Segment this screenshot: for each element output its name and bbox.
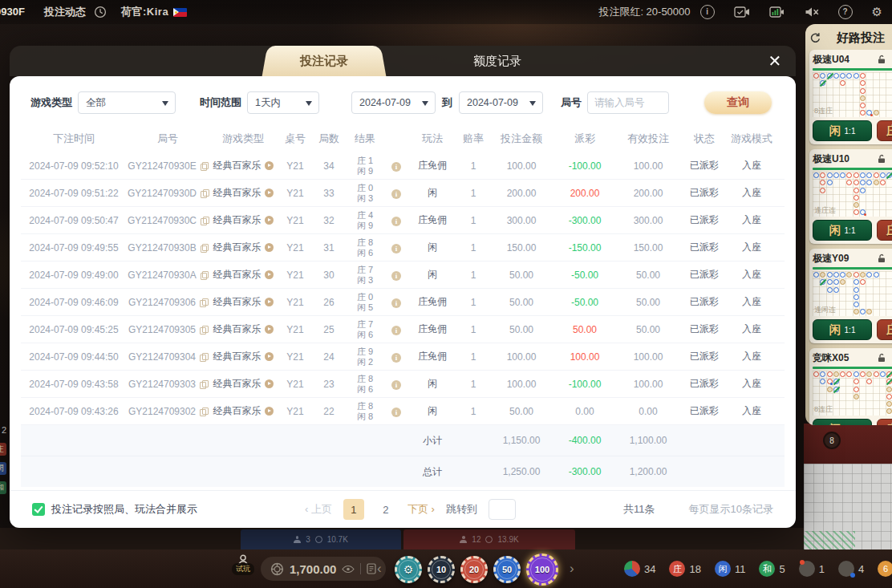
replay-video-icon[interactable] (265, 352, 274, 361)
table-code-fragment: 0930F (0, 6, 25, 18)
replay-video-icon[interactable] (265, 325, 274, 334)
road-cell (860, 195, 866, 201)
merge-checkbox[interactable] (32, 503, 45, 516)
bet-stat: 34 (624, 561, 655, 577)
road-cell (860, 371, 866, 377)
good-road-card[interactable]: 竞咪X05 8连庄 闲 1:1 庄 (809, 348, 892, 425)
eye-icon[interactable] (342, 565, 355, 574)
jump-page-input[interactable] (489, 499, 516, 520)
page-button-2[interactable]: 2 (375, 499, 396, 520)
page-button-1[interactable]: 1 (343, 499, 364, 520)
copy-icon[interactable] (201, 244, 208, 252)
unlock-icon[interactable] (877, 253, 886, 263)
copy-icon[interactable] (200, 408, 207, 416)
tab-bet-records[interactable]: 投注记录 (271, 46, 377, 76)
bet-chip[interactable]: 100 (526, 554, 558, 586)
bet-chip[interactable]: 50 (493, 556, 521, 583)
close-icon[interactable]: ✕ (765, 51, 785, 71)
result-info-icon[interactable] (391, 162, 401, 172)
result-info-icon[interactable] (391, 326, 401, 335)
history-clock-icon[interactable] (94, 6, 107, 18)
bet-stat: 闲 11 (715, 561, 746, 577)
copy-icon[interactable] (200, 298, 207, 306)
round-id-input[interactable] (587, 91, 669, 114)
replay-video-icon[interactable] (265, 407, 274, 416)
road-cell (853, 279, 859, 285)
replay-video-icon[interactable] (265, 216, 274, 225)
chips-next-icon[interactable]: › (570, 561, 574, 577)
result-info-icon[interactable] (391, 298, 401, 308)
video-quality-icon[interactable] (769, 6, 785, 18)
bet-banker-button[interactable]: 庄 (877, 319, 892, 340)
bet-banker-button[interactable]: 庄 (877, 419, 892, 425)
tab-quota-records[interactable]: 额度记录 (473, 46, 521, 76)
prev-page-button[interactable]: ‹ 上页 (305, 502, 332, 517)
road-cell (880, 202, 886, 208)
search-button[interactable]: 查询 (704, 91, 772, 114)
copy-icon[interactable] (201, 217, 208, 225)
merge-checkbox-group[interactable]: 投注记录按照局、玩法合并展示 (32, 502, 197, 517)
help-icon[interactable]: ? (838, 5, 853, 19)
refresh-icon[interactable] (809, 32, 821, 44)
road-cell (827, 387, 833, 392)
good-road-card[interactable]: 极速U04 8连庄 闲 1:1 庄 (809, 50, 892, 144)
result-info-icon[interactable] (391, 217, 401, 226)
date-from-select[interactable]: 2024-07-09 (351, 91, 436, 114)
next-page-button[interactable]: 下页 › (407, 502, 435, 517)
result-info-icon[interactable] (391, 380, 401, 390)
good-road-card[interactable]: 极速Y09 逢闲连 闲 1:1 庄 (809, 249, 892, 343)
copy-icon[interactable] (201, 189, 208, 197)
result-info-icon[interactable] (391, 353, 401, 363)
stat-badge-icon: 闲 (715, 561, 731, 577)
bet-feed-label[interactable]: 投注动态 (44, 5, 86, 19)
result-info-icon[interactable] (391, 244, 401, 253)
cell-round-id: GY212470930D (127, 188, 209, 199)
bet-banker-button[interactable]: 庄 (877, 120, 892, 141)
copy-icon[interactable] (201, 162, 208, 170)
bet-player-button[interactable]: 闲 1:1 (813, 319, 872, 340)
result-info-icon[interactable] (391, 271, 401, 281)
copy-icon[interactable] (201, 271, 208, 279)
replay-video-icon[interactable] (265, 161, 274, 170)
road-cell (846, 279, 852, 285)
bet-chip[interactable] (395, 556, 422, 583)
limit-info-icon[interactable]: i (700, 5, 715, 19)
game-type-select[interactable]: 全部 (78, 91, 176, 114)
replay-video-icon[interactable] (265, 243, 274, 252)
replay-video-icon[interactable] (265, 189, 274, 197)
bet-player-button[interactable]: 闲 1:1 (813, 120, 872, 141)
replay-video-icon[interactable] (265, 298, 274, 306)
bet-chip[interactable]: 10 (428, 556, 455, 583)
cell-odds: 1 (457, 297, 489, 308)
player-zone-strip[interactable]: 3 10.7K (241, 529, 401, 549)
mute-speaker-icon[interactable] (805, 6, 819, 18)
unlock-icon[interactable] (877, 353, 886, 363)
copy-icon[interactable] (200, 353, 207, 361)
replay-video-icon[interactable] (265, 270, 274, 279)
road-cell (846, 287, 852, 293)
video-toggle-icon[interactable] (734, 6, 750, 18)
bet-chip[interactable]: 20 (460, 556, 488, 583)
cell-bet-amount: 150.00 (489, 242, 553, 253)
road-cell (853, 394, 859, 399)
banker-zone-strip[interactable]: 12 13.9K (403, 529, 575, 549)
time-range-select[interactable]: 1天内 (247, 91, 319, 114)
replay-video-icon[interactable] (265, 379, 274, 388)
result-info-icon[interactable] (391, 189, 401, 199)
good-road-card[interactable]: 极速U10 逢庄连 闲 1:1 庄 (809, 149, 892, 244)
statement-icon[interactable] (367, 563, 376, 574)
unlock-icon[interactable] (877, 154, 886, 164)
trial-account[interactable]: 试玩 (229, 554, 257, 575)
result-info-icon[interactable] (391, 408, 401, 417)
bet-player-button[interactable]: 闲 1:1 (813, 419, 872, 425)
bet-player-button[interactable]: 闲 1:1 (813, 220, 872, 241)
settings-gear-icon[interactable]: ⚙ (872, 5, 882, 19)
copy-icon[interactable] (200, 380, 207, 388)
road-cell (880, 188, 886, 193)
unlock-icon[interactable] (877, 55, 886, 64)
chips-prev-icon[interactable]: ‹ (377, 561, 382, 577)
copy-icon[interactable] (200, 326, 207, 334)
date-to-select[interactable]: 2024-07-09 (459, 91, 543, 114)
cell-game-mode: 入座 (728, 268, 775, 282)
bet-banker-button[interactable]: 庄 (877, 220, 892, 241)
